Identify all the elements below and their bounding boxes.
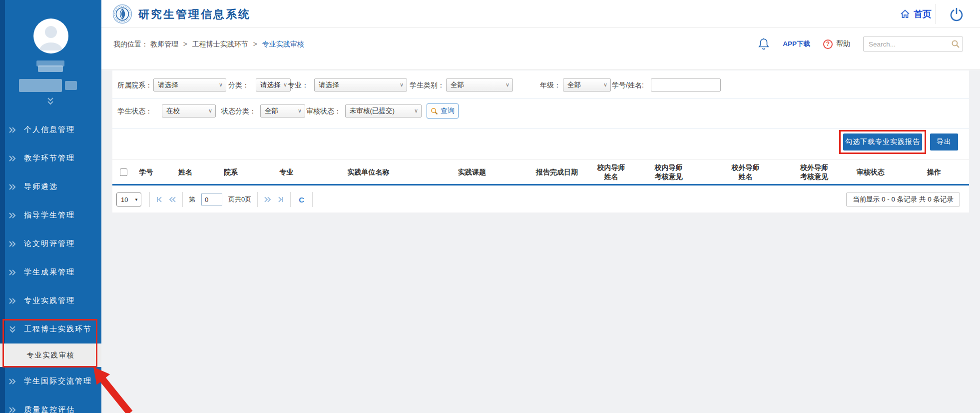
avatar[interactable]: [33, 18, 68, 54]
sidebar-item-international-exchange[interactable]: 学生国际交流管理: [0, 367, 101, 396]
refresh-button[interactable]: C: [297, 196, 306, 204]
filter-label-student-type: 学生类别：: [410, 78, 445, 92]
header-divider: [936, 4, 936, 24]
sidebar-item-thesis-review[interactable]: 论文明评管理: [0, 230, 101, 258]
home-icon: [900, 9, 910, 19]
column-header-practice-topic: 实践课题: [420, 168, 524, 176]
filter-label-category: 分类：: [228, 78, 249, 92]
sidebar-item-engineering-doctor-practice[interactable]: 工程博士实践环节: [0, 315, 101, 344]
last-page-icon: [277, 196, 284, 203]
home-link[interactable]: 首页: [900, 7, 932, 21]
next-page-button[interactable]: [264, 196, 271, 203]
column-header-department: 院系: [206, 168, 256, 176]
search-icon[interactable]: [951, 40, 960, 48]
sidebar: 个人信息管理 教学环节管理 导师遴选 指导学生管理 论文明评管理 学生成果管理 …: [0, 0, 101, 413]
review-status-select[interactable]: 未审核(已提交): [345, 104, 422, 118]
download-practice-report-button[interactable]: 勾选下载专业实践报告: [843, 134, 922, 150]
sidebar-item-professional-practice[interactable]: 专业实践管理: [0, 286, 101, 315]
double-chevron-right-icon: [8, 298, 16, 304]
sidebar-item-label: 论文明评管理: [24, 239, 75, 248]
header: 研究生管理信息系统 首页: [101, 0, 980, 28]
column-header-internal-supervisor-opinion: 校内导师 考核意见: [633, 163, 704, 181]
filter-label-grade: 年级：: [540, 78, 561, 92]
breadcrumb-separator: >: [253, 40, 257, 48]
column-header-major: 专业: [256, 168, 317, 176]
sidebar-item-quality-monitoring[interactable]: 质量监控评估: [0, 396, 101, 413]
column-header-internal-supervisor-name: 校内导师 姓名: [589, 163, 633, 181]
page-title: 研究生管理信息系统: [138, 7, 251, 22]
power-icon: [949, 6, 965, 22]
sidebar-subitem-label: 专业实践审核: [27, 351, 75, 360]
help-label: 帮助: [836, 40, 850, 48]
app-download-link[interactable]: APP下载: [783, 40, 810, 48]
column-header-name: 姓名: [165, 168, 206, 176]
last-page-button[interactable]: [277, 196, 284, 203]
sidebar-item-teaching[interactable]: 教学环节管理: [0, 144, 101, 172]
breadcrumb-actions: APP下载 ? 帮助: [758, 36, 963, 52]
sidebar-item-supervisor-selection[interactable]: 导师遴选: [0, 172, 101, 201]
breadcrumb: 我的位置： 教师管理 > 工程博士实践环节 > 专业实践审核: [113, 40, 304, 49]
sidebar-item-label: 导师遴选: [24, 182, 58, 192]
next-page-icon: [264, 196, 271, 203]
sidebar-subitem-practice-review[interactable]: 专业实践审核: [0, 344, 101, 367]
sidebar-item-label: 学生国际交流管理: [24, 376, 92, 386]
sidebar-item-personal-info[interactable]: 个人信息管理: [0, 116, 101, 144]
double-chevron-down-icon: [9, 326, 16, 334]
department-select[interactable]: 请选择: [153, 78, 226, 92]
content-area: 所属院系： 请选择 分类： 请选择 专业： 请选择 学生类别： 全部 年级： 全…: [101, 70, 980, 413]
logout-button[interactable]: [949, 6, 965, 22]
sidebar-item-label: 个人信息管理: [24, 125, 75, 134]
pager-back-group: [149, 192, 183, 207]
breadcrumb-item-teacher-management[interactable]: 教师管理: [150, 40, 178, 48]
column-header-report-date: 报告完成日期: [524, 168, 589, 176]
university-logo-icon: [112, 4, 132, 24]
major-select[interactable]: 请选择: [314, 78, 407, 92]
column-header-practice-unit: 实践单位名称: [317, 168, 420, 176]
page-size-select[interactable]: 10: [116, 192, 141, 206]
filter-label-major: 专业：: [288, 78, 309, 92]
page-number-input[interactable]: [201, 194, 222, 206]
category-select[interactable]: 请选择: [256, 78, 291, 92]
breadcrumb-bar: 我的位置： 教师管理 > 工程博士实践环节 > 专业实践审核 APP下载 ? 帮…: [101, 28, 980, 70]
column-header-actions: 操作: [899, 168, 969, 176]
student-id-name-input[interactable]: [651, 78, 721, 92]
previous-page-icon: [169, 196, 176, 203]
sidebar-item-label: 指导学生管理: [24, 210, 75, 220]
grade-select[interactable]: 全部: [563, 78, 611, 92]
breadcrumb-item-current: 专业实践审核: [262, 40, 304, 48]
column-header-review-status: 审核状态: [842, 168, 899, 176]
export-button[interactable]: 导出: [930, 134, 958, 150]
first-page-button[interactable]: [156, 196, 163, 203]
student-status-select[interactable]: 在校: [162, 104, 216, 118]
double-chevron-right-icon: [8, 155, 16, 162]
help-icon: ?: [823, 40, 833, 49]
records-summary: 当前显示 0 - 0 条记录 共 0 条记录: [846, 192, 960, 206]
breadcrumb-prefix: 我的位置：: [113, 40, 148, 48]
search-input[interactable]: [863, 36, 963, 52]
double-chevron-right-icon: [8, 184, 16, 190]
query-button-label: 查询: [441, 106, 455, 116]
user-info-redacted: [65, 81, 77, 90]
help-link[interactable]: ? 帮助: [823, 40, 850, 49]
previous-page-button[interactable]: [169, 196, 176, 203]
double-chevron-right-icon: [8, 269, 16, 276]
sidebar-item-student-achievements[interactable]: 学生成果管理: [0, 258, 101, 286]
filter-label-department: 所属院系：: [117, 78, 152, 92]
student-type-select[interactable]: 全部: [446, 78, 513, 92]
first-page-icon: [156, 196, 163, 203]
filter-label-student-id-name: 学号/姓名:: [612, 78, 644, 92]
table-header-row: 学号 姓名 院系 专业 实践单位名称 实践课题 报告完成日期 校内导师 姓名 校…: [112, 160, 969, 186]
user-name-redacted: [38, 66, 63, 72]
notification-bell-icon[interactable]: [758, 38, 770, 50]
status-category-select[interactable]: 全部: [260, 104, 305, 118]
pager-forward-group: [258, 192, 291, 207]
filter-divider: [112, 98, 969, 99]
sidebar-item-advised-students[interactable]: 指导学生管理: [0, 201, 101, 230]
sidebar-item-label: 工程博士实践环节: [24, 324, 92, 334]
sidebar-item-label: 专业实践管理: [24, 296, 75, 306]
profile-collapse-button[interactable]: [45, 97, 55, 108]
select-all-checkbox[interactable]: [120, 168, 127, 176]
search-icon: [431, 108, 438, 115]
breadcrumb-item-engineering-doctor-practice[interactable]: 工程博士实践环节: [192, 40, 248, 48]
query-button[interactable]: 查询: [427, 104, 459, 118]
